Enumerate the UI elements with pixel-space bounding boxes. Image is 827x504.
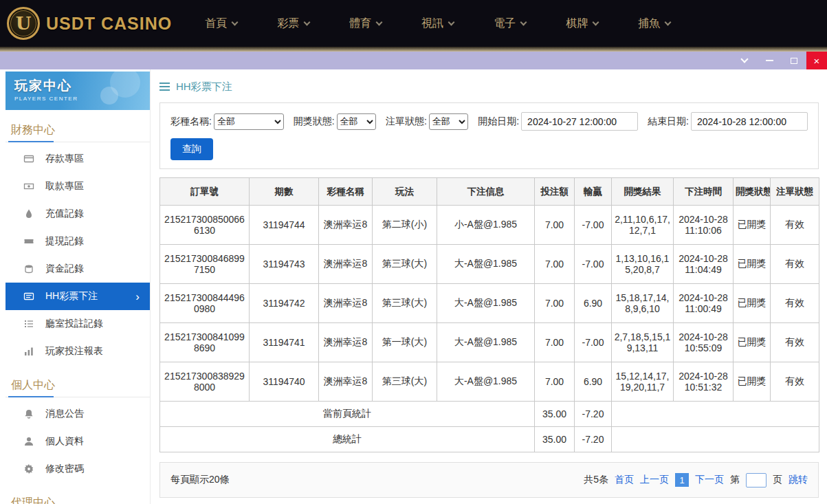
sidebar-item-withdraw[interactable]: 取款專區 — [0, 173, 150, 200]
cell-winloss: 6.90 — [575, 284, 612, 323]
cell-bet-amount: 7.00 — [535, 323, 575, 362]
sidebar-item-label: 廳室投註記錄 — [45, 318, 103, 330]
search-button[interactable]: 查詢 — [170, 138, 213, 160]
column-header: 開獎結果 — [612, 178, 674, 206]
cell-draw-result: 15,18,17,14,8,9,6,10 — [612, 284, 674, 323]
nav-item-lottery[interactable]: 彩票 — [277, 17, 309, 31]
cell-period: 31194740 — [250, 362, 319, 402]
window-maximize-button[interactable] — [782, 52, 806, 69]
draw-status-select[interactable]: 全部 — [337, 113, 376, 130]
nav-item-label: 體育 — [349, 17, 371, 31]
column-header: 彩種名稱 — [319, 178, 373, 206]
page-total-bet: 35.00 — [535, 402, 575, 427]
sidebar-item-player-bet-report[interactable]: 玩家投注報表 — [0, 338, 150, 365]
top-navigation-bar: U USDT CASINO 首頁 彩票 體育 視訊 電子 棋牌 捕魚 — [0, 0, 827, 47]
cell-order-no: 2152173008410998690 — [160, 323, 250, 362]
cell-lottery: 澳洲幸运8 — [319, 362, 373, 402]
window-shade-button[interactable] — [732, 52, 757, 69]
window-close-button[interactable]: × — [806, 52, 827, 69]
section-title-personal: 個人中心 — [5, 372, 150, 397]
sidebar-item-fund-records[interactable]: 資金記錄 — [0, 255, 150, 283]
sidebar-header: 玩家中心 PLAYERS CENTER — [5, 72, 150, 110]
lottery-card-icon — [23, 291, 34, 302]
cell-bet-info: 大-A盤@1.985 — [437, 323, 535, 362]
jump-button[interactable]: 跳转 — [789, 474, 808, 486]
cell-order-no: 2152173008500666130 — [160, 206, 250, 245]
cell-period: 31194741 — [250, 323, 319, 362]
cell-bet-info: 大-A盤@1.985 — [437, 245, 535, 284]
sidebar-item-change-password[interactable]: 修改密碼 — [0, 455, 150, 483]
column-header: 下注時間 — [674, 178, 734, 206]
cell-draw-result: 2,11,10,6,17,12,7,1 — [612, 206, 674, 245]
sidebar-item-withdrawal-records[interactable]: 提現記錄 — [0, 228, 150, 255]
cell-play: 第三球(大) — [373, 284, 437, 323]
nav-item-label: 首頁 — [205, 17, 227, 31]
next-page-link[interactable]: 下一页 — [695, 474, 724, 486]
nav-item-home[interactable]: 首頁 — [205, 17, 237, 31]
column-header: 輸贏 — [575, 178, 612, 206]
first-page-link[interactable]: 首页 — [615, 474, 634, 486]
grand-total-winloss: -7.20 — [575, 427, 612, 452]
cell-bet-time: 2024-10-28 11:10:06 — [674, 206, 734, 245]
nav-item-electronic[interactable]: 電子 — [494, 17, 526, 31]
ticket-icon — [23, 236, 34, 247]
cell-draw-result: 15,12,14,17,19,20,11,7 — [612, 362, 674, 402]
table-row: 2152173008389298000 31194740 澳洲幸运8 第三球(大… — [160, 362, 819, 402]
logo[interactable]: U USDT CASINO — [7, 7, 172, 40]
order-status-select[interactable]: 全部 — [429, 113, 468, 130]
sidebar-item-announcements[interactable]: 消息公告 — [0, 400, 150, 428]
start-date-input[interactable] — [521, 112, 638, 131]
logo-icon: U — [7, 7, 40, 40]
sidebar-item-profile[interactable]: 個人資料 — [0, 428, 150, 455]
page-total-empty — [612, 402, 819, 427]
cell-winloss: 6.90 — [575, 362, 612, 402]
cell-bet-amount: 7.00 — [535, 206, 575, 245]
column-header: 訂單號 — [160, 178, 250, 206]
sidebar-item-label: 充值記錄 — [45, 208, 84, 220]
page-total-row: 當前頁統計 35.00 -7.20 — [160, 402, 819, 427]
cell-order-status: 有效 — [771, 284, 819, 323]
column-header: 期數 — [250, 178, 319, 206]
sidebar-item-recharge-records[interactable]: 充值記錄 — [0, 200, 150, 228]
menu-toggle-icon[interactable] — [159, 83, 170, 91]
cell-bet-time: 2024-10-28 10:55:09 — [674, 323, 734, 362]
cell-bet-amount: 7.00 — [535, 284, 575, 323]
current-page-indicator[interactable]: 1 — [675, 473, 689, 487]
nav-item-video[interactable]: 視訊 — [421, 17, 454, 31]
draw-status-label: 開獎狀態: — [294, 116, 335, 128]
prev-page-link[interactable]: 上一页 — [640, 474, 669, 486]
gear-icon — [23, 463, 34, 474]
cell-play: 第三球(大) — [373, 362, 437, 402]
window-titlebar: × — [0, 52, 827, 69]
end-date-input[interactable] — [691, 112, 808, 131]
cell-draw-result: 2,7,18,5,15,19,13,11 — [612, 323, 674, 362]
table-header-row: 訂單號 期數 彩種名稱 玩法 下注信息 投注額 輸贏 開獎結果 下注時間 開獎狀… — [160, 178, 819, 206]
filter-panel: 彩種名稱: 全部 開獎狀態: 全部 注單狀態: 全部 開始日期: 結束日期: — [159, 102, 819, 169]
nav-item-fishing[interactable]: 捕魚 — [638, 17, 670, 31]
sidebar-item-hh-lottery-bets[interactable]: HH彩票下注 › — [5, 283, 150, 310]
cell-play: 第三球(大) — [373, 245, 437, 284]
cell-order-no: 2152173008389298000 — [160, 362, 250, 402]
page-jump-input[interactable] — [746, 473, 767, 487]
cell-order-no: 2152173008468997150 — [160, 245, 250, 284]
page-total-winloss: -7.20 — [575, 402, 612, 427]
chevron-down-icon — [740, 55, 748, 63]
nav-item-sports[interactable]: 體育 — [349, 17, 382, 31]
chevron-right-icon: › — [135, 291, 140, 303]
cell-play: 第二球(小) — [373, 206, 437, 245]
chevron-down-icon — [232, 19, 239, 25]
chevron-down-icon — [448, 19, 455, 25]
nav-item-label: 視訊 — [421, 17, 443, 31]
column-header: 玩法 — [373, 178, 437, 206]
page-total-label: 當前頁統計 — [160, 402, 535, 427]
cell-order-no: 2152173008444960980 — [160, 284, 250, 323]
window-minimize-button[interactable] — [757, 52, 782, 69]
sidebar-item-deposit[interactable]: 存款專區 — [0, 145, 150, 173]
lottery-name-select[interactable]: 全部 — [214, 113, 284, 130]
nav-item-chess[interactable]: 棋牌 — [566, 17, 598, 31]
grand-total-label: 總統計 — [160, 427, 535, 452]
sidebar-item-room-bet-records[interactable]: 廳室投註記錄 — [0, 310, 150, 338]
chart-icon — [23, 346, 34, 357]
section-title-finance: 財務中心 — [5, 117, 150, 142]
table-row: 2152173008500666130 31194744 澳洲幸运8 第二球(小… — [160, 206, 819, 245]
